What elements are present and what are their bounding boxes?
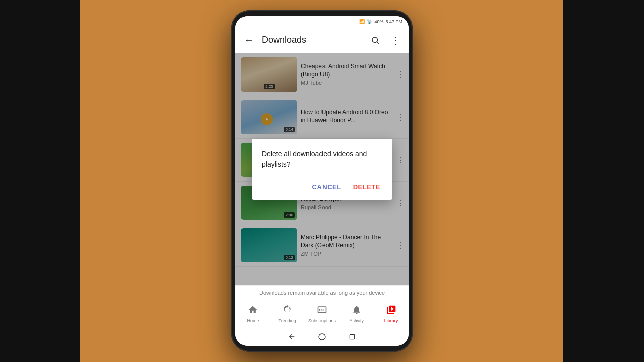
svg-rect-4	[350, 334, 354, 339]
right-bar	[564, 0, 644, 362]
confirm-dialog: Delete all downloaded videos and playlis…	[252, 139, 392, 200]
signal-icon: 📡	[367, 19, 372, 24]
nav-item-home[interactable]: Home	[235, 300, 270, 328]
nav-label-library: Library	[384, 318, 398, 323]
nav-item-trending[interactable]: Trending	[270, 300, 305, 328]
nav-label-activity: Activity	[350, 318, 364, 323]
footer-text: Downloads remain available as long as yo…	[235, 285, 409, 300]
svg-point-3	[319, 334, 325, 340]
search-button[interactable]	[366, 31, 384, 49]
dialog-actions: CANCEL DELETE	[262, 180, 382, 194]
cancel-button[interactable]: CANCEL	[310, 180, 343, 194]
more-icon: ⋮	[390, 34, 400, 46]
nav-item-library[interactable]: Library	[374, 300, 409, 328]
back-icon: ←	[244, 34, 254, 46]
phone-screen: 📶 📡 40% 5:47 PM ← Downloads	[235, 16, 409, 346]
nav-label-home: Home	[247, 318, 259, 323]
svg-line-1	[377, 42, 378, 43]
wifi-icon: 📶	[359, 19, 365, 24]
nav-label-trending: Trending	[279, 318, 296, 323]
nav-item-subscriptions[interactable]: Subscriptions	[305, 300, 340, 328]
dialog-overlay: Delete all downloaded videos and playlis…	[235, 53, 409, 285]
back-button[interactable]: ←	[239, 31, 258, 49]
status-bar: 📶 📡 40% 5:47 PM	[235, 16, 409, 27]
subscriptions-icon	[317, 305, 327, 317]
activity-icon	[352, 305, 362, 317]
video-list: 2:25 Cheapest Android Smart Watch (Bingo…	[235, 53, 409, 285]
bottom-nav: Home Trending Subscriptions	[235, 300, 409, 328]
app-bar-actions: ⋮	[366, 31, 405, 49]
nav-item-activity[interactable]: Activity	[339, 300, 374, 328]
trending-icon	[282, 305, 292, 317]
delete-button[interactable]: DELETE	[351, 180, 382, 194]
nav-label-subscriptions: Subscriptions	[308, 318, 336, 323]
page-title: Downloads	[262, 35, 366, 45]
system-home-button[interactable]	[317, 332, 327, 342]
system-back-button[interactable]	[287, 332, 297, 342]
left-bar	[0, 0, 80, 362]
app-bar: ← Downloads ⋮	[235, 27, 409, 53]
more-options-button[interactable]: ⋮	[386, 31, 405, 49]
library-icon	[386, 305, 396, 317]
dialog-message: Delete all downloaded videos and playlis…	[262, 149, 382, 170]
home-icon	[248, 305, 258, 317]
system-nav	[235, 328, 409, 346]
battery-level: 40%	[374, 19, 383, 24]
phone-frame: 📶 📡 40% 5:47 PM ← Downloads	[231, 10, 413, 352]
phone-wrapper: 📶 📡 40% 5:47 PM ← Downloads	[231, 10, 413, 352]
svg-point-0	[372, 37, 378, 43]
system-recent-button[interactable]	[347, 332, 357, 342]
time-display: 5:47 PM	[385, 19, 403, 24]
